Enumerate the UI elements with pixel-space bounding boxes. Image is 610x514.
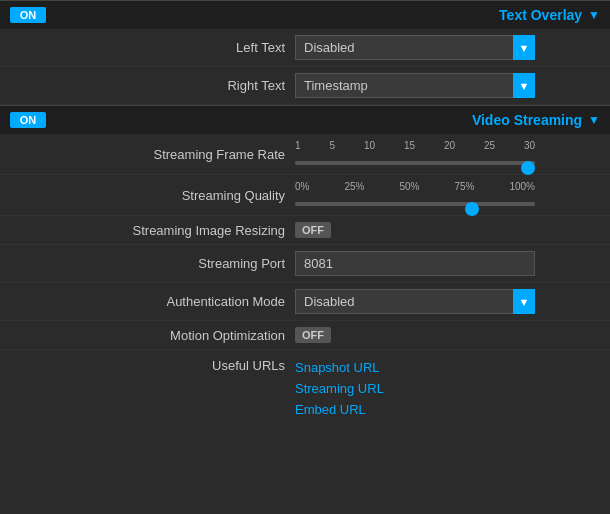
embed-url-link[interactable]: Embed URL xyxy=(295,400,384,421)
right-text-label: Right Text xyxy=(0,78,295,93)
quality-label: Streaming Quality xyxy=(0,188,295,203)
quality-row: Streaming Quality 0% 25% 50% 75% 100% xyxy=(0,175,610,216)
video-streaming-chevron[interactable]: ▼ xyxy=(588,113,600,127)
left-text-select-wrapper: Disabled Timestamp Custom ▼ xyxy=(295,35,535,60)
useful-urls-row: Useful URLs Snapshot URL Streaming URL E… xyxy=(0,350,610,428)
right-text-select-wrapper: Disabled Timestamp Custom ▼ xyxy=(295,73,535,98)
auth-mode-select[interactable]: Disabled Basic Digest xyxy=(295,289,535,314)
quality-slider[interactable] xyxy=(295,202,535,206)
right-text-row: Right Text Disabled Timestamp Custom ▼ xyxy=(0,67,610,105)
frame-rate-slider-container: 1 5 10 15 20 25 30 xyxy=(295,140,535,168)
frame-rate-row: Streaming Frame Rate 1 5 10 15 20 25 30 xyxy=(0,134,610,175)
motion-opt-toggle[interactable]: OFF xyxy=(295,327,331,343)
port-row: Streaming Port xyxy=(0,245,610,283)
frame-rate-slider[interactable] xyxy=(295,161,535,165)
auth-mode-label: Authentication Mode xyxy=(0,294,295,309)
frame-rate-marks: 1 5 10 15 20 25 30 xyxy=(295,140,535,151)
port-label: Streaming Port xyxy=(0,256,295,271)
image-resizing-row: Streaming Image Resizing OFF xyxy=(0,216,610,245)
quality-marks: 0% 25% 50% 75% 100% xyxy=(295,181,535,192)
port-control xyxy=(295,251,600,276)
video-streaming-toggle[interactable]: ON xyxy=(10,112,46,128)
useful-urls-label: Useful URLs xyxy=(0,358,295,373)
text-overlay-chevron[interactable]: ▼ xyxy=(588,8,600,22)
snapshot-url-link[interactable]: Snapshot URL xyxy=(295,358,384,379)
text-overlay-title: Text Overlay xyxy=(499,7,582,23)
image-resizing-toggle[interactable]: OFF xyxy=(295,222,331,238)
left-text-select[interactable]: Disabled Timestamp Custom xyxy=(295,35,535,60)
streaming-url-link[interactable]: Streaming URL xyxy=(295,379,384,400)
left-text-row: Left Text Disabled Timestamp Custom ▼ xyxy=(0,29,610,67)
useful-urls-links: Snapshot URL Streaming URL Embed URL xyxy=(295,358,384,420)
auth-mode-control: Disabled Basic Digest ▼ xyxy=(295,289,600,314)
left-text-control: Disabled Timestamp Custom ▼ xyxy=(295,35,600,60)
quality-control: 0% 25% 50% 75% 100% xyxy=(295,181,600,209)
frame-rate-control: 1 5 10 15 20 25 30 xyxy=(295,140,600,168)
image-resizing-control: OFF xyxy=(295,222,600,238)
quality-slider-container: 0% 25% 50% 75% 100% xyxy=(295,181,535,209)
motion-opt-control: OFF xyxy=(295,327,600,343)
video-streaming-title: Video Streaming xyxy=(472,112,582,128)
right-text-select[interactable]: Disabled Timestamp Custom xyxy=(295,73,535,98)
text-overlay-header: ON Text Overlay ▼ xyxy=(0,0,610,29)
motion-opt-label: Motion Optimization xyxy=(0,328,295,343)
image-resizing-label: Streaming Image Resizing xyxy=(0,223,295,238)
left-text-label: Left Text xyxy=(0,40,295,55)
auth-mode-row: Authentication Mode Disabled Basic Diges… xyxy=(0,283,610,321)
motion-opt-row: Motion Optimization OFF xyxy=(0,321,610,350)
auth-mode-select-wrapper: Disabled Basic Digest ▼ xyxy=(295,289,535,314)
text-overlay-toggle[interactable]: ON xyxy=(10,7,46,23)
video-streaming-header: ON Video Streaming ▼ xyxy=(0,105,610,134)
port-input[interactable] xyxy=(295,251,535,276)
right-text-control: Disabled Timestamp Custom ▼ xyxy=(295,73,600,98)
frame-rate-label: Streaming Frame Rate xyxy=(0,147,295,162)
